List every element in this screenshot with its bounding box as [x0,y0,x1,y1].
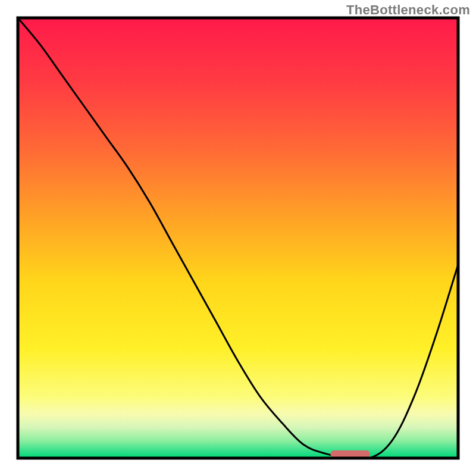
attribution-label: TheBottleneck.com [346,2,470,18]
chart-background-gradient [18,18,458,458]
optimal-zone-marker [330,450,370,458]
bottleneck-chart [0,0,476,476]
chart-container: TheBottleneck.com [0,0,476,476]
